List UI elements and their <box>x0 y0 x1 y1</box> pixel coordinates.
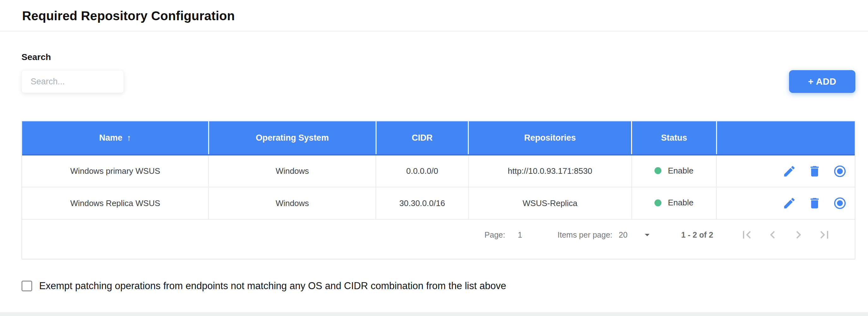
exempt-checkbox[interactable] <box>22 281 32 291</box>
radio-selected-icon <box>833 164 847 178</box>
bottom-strip <box>0 312 868 316</box>
status-text: Enable <box>668 198 693 208</box>
items-per-page-value[interactable]: 20 <box>619 230 628 239</box>
cell-status: Enable <box>632 187 717 219</box>
cell-actions <box>716 187 855 219</box>
status-enabled-dot-icon <box>654 167 661 174</box>
last-page-button[interactable] <box>817 227 832 242</box>
chevron-right-icon <box>791 227 806 242</box>
cell-status: Enable <box>632 155 717 187</box>
column-header-operating-system[interactable]: Operating System <box>209 121 376 155</box>
items-per-page-label: Items per page: <box>558 230 613 239</box>
repository-table: Name↑ Operating System CIDR Repositories… <box>22 121 855 220</box>
page-header: Required Repository Configuration <box>0 0 868 32</box>
pencil-icon <box>782 196 796 210</box>
cell-cidr: 30.30.0.0/16 <box>376 187 468 219</box>
toolbar: Search + ADD <box>22 52 856 93</box>
search-group: Search <box>22 52 124 93</box>
cell-os: Windows <box>209 155 376 187</box>
chevron-left-icon <box>765 227 780 242</box>
cell-name: Windows primary WSUS <box>22 155 209 187</box>
delete-button[interactable] <box>808 196 822 210</box>
add-button[interactable]: + ADD <box>789 70 856 93</box>
status-text: Enable <box>668 166 693 176</box>
pagination-range: 1 - 2 of 2 <box>681 230 713 239</box>
cell-repositories: http://10.0.93.171:8530 <box>468 155 632 187</box>
exempt-checkbox-label[interactable]: Exempt patching operations from endpoint… <box>39 280 506 292</box>
page-title: Required Repository Configuration <box>22 9 856 23</box>
cell-cidr: 0.0.0.0/0 <box>376 155 468 187</box>
pagination-nav <box>739 227 832 242</box>
exempt-row: Exempt patching operations from endpoint… <box>22 280 856 292</box>
column-header-actions <box>716 121 855 155</box>
search-input[interactable] <box>22 70 124 93</box>
cell-actions <box>716 155 855 187</box>
column-header-status[interactable]: Status <box>632 121 717 155</box>
sort-ascending-icon: ↑ <box>127 133 131 143</box>
trash-icon <box>808 164 822 178</box>
search-label: Search <box>22 52 124 63</box>
column-header-name[interactable]: Name↑ <box>22 121 209 155</box>
chevron-down-icon <box>642 229 653 240</box>
radio-selected-icon <box>833 196 847 210</box>
column-header-name-label: Name <box>99 133 123 143</box>
table-row: Windows primary WSUS Windows 0.0.0.0/0 h… <box>22 155 855 187</box>
column-header-repositories[interactable]: Repositories <box>468 121 632 155</box>
table-row: Windows Replica WSUS Windows 30.30.0.0/1… <box>22 187 855 219</box>
trash-icon <box>808 196 822 210</box>
previous-page-button[interactable] <box>765 227 780 242</box>
select-radio-button[interactable] <box>833 196 847 210</box>
cell-os: Windows <box>209 187 376 219</box>
items-per-page-dropdown[interactable] <box>642 229 653 240</box>
repository-table-card: Name↑ Operating System CIDR Repositories… <box>22 121 856 259</box>
cell-name: Windows Replica WSUS <box>22 187 209 219</box>
column-header-cidr[interactable]: CIDR <box>376 121 468 155</box>
table-footer: Page: 1 Items per page: 20 1 - 2 of 2 <box>22 220 855 259</box>
page-value: 1 <box>518 230 522 239</box>
pencil-icon <box>782 164 796 178</box>
status-enabled-dot-icon <box>654 199 661 206</box>
edit-button[interactable] <box>782 164 796 178</box>
edit-button[interactable] <box>782 196 796 210</box>
first-page-button[interactable] <box>739 227 754 242</box>
last-page-icon <box>817 227 832 242</box>
table-header: Name↑ Operating System CIDR Repositories… <box>22 121 855 155</box>
first-page-icon <box>739 227 754 242</box>
delete-button[interactable] <box>808 164 822 178</box>
select-radio-button[interactable] <box>833 164 847 178</box>
next-page-button[interactable] <box>791 227 806 242</box>
cell-repositories: WSUS-Replica <box>468 187 632 219</box>
table-header-row: Name↑ Operating System CIDR Repositories… <box>22 121 855 155</box>
page-label: Page: <box>485 230 505 239</box>
pagination: Page: 1 Items per page: 20 1 - 2 of 2 <box>485 227 855 242</box>
